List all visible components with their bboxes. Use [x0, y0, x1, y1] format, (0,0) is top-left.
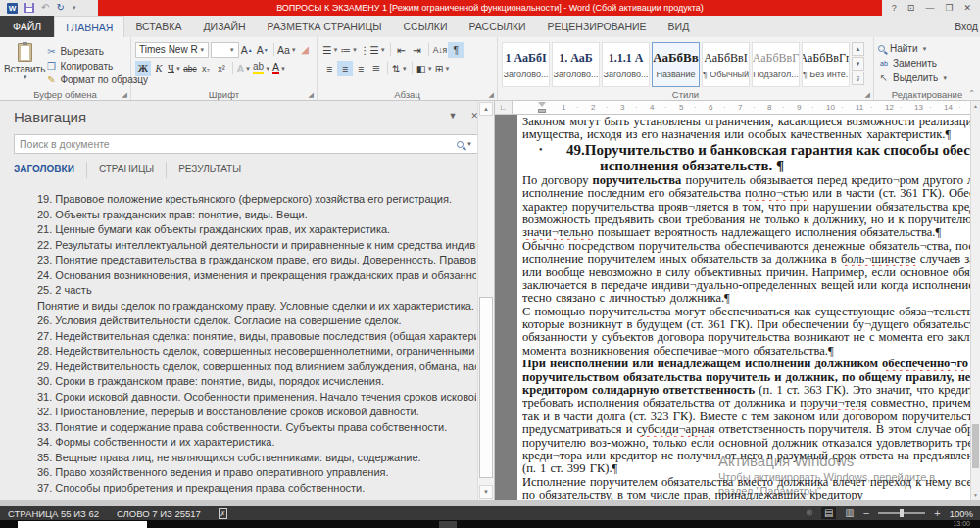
- nav-heading-item[interactable]: 33. Понятие и содержание права собственн…: [0, 420, 476, 436]
- horizontal-scroll-strip[interactable]: [0, 500, 980, 506]
- nav-scroll-down-icon[interactable]: ▼: [479, 485, 493, 499]
- tab-ссылки[interactable]: ССЫЛКИ: [392, 16, 458, 37]
- nav-scroll-up-icon[interactable]: ▲: [479, 102, 493, 116]
- doc-scroll-up-icon[interactable]: ▲: [971, 101, 980, 111]
- align-right-button[interactable]: ≡: [353, 61, 368, 76]
- zoom-slider-thumb[interactable]: [900, 509, 904, 517]
- nav-tab-заголовки[interactable]: ЗАГОЛОВКИ: [14, 162, 87, 178]
- align-center-button[interactable]: ≡: [337, 61, 353, 76]
- nav-heading-item[interactable]: 35. Вещные права лиц, не являющихся собс…: [0, 451, 476, 466]
- nav-heading-item[interactable]: 20. Объекты гражданских прав: понятие, в…: [0, 208, 476, 223]
- page-indicator[interactable]: СТРАНИЦА 55 ИЗ 62: [8, 508, 99, 519]
- zoom-slider[interactable]: [878, 512, 925, 514]
- font-dialog-launcher[interactable]: ◢: [309, 91, 314, 99]
- nav-heading-item[interactable]: 29. Недействительность сделок, совершенн…: [0, 360, 476, 375]
- nav-heading-item[interactable]: 36. Право хозяйственного ведения и право…: [0, 465, 476, 481]
- justify-button[interactable]: ≣: [368, 61, 384, 76]
- style-Заголово-[interactable]: 1.1.1 АЗаголово...: [602, 42, 650, 87]
- minimize-button[interactable]: —: [925, 3, 934, 13]
- nav-heading-item[interactable]: 23. Понятие представительства в гражданс…: [0, 253, 476, 268]
- nav-heading-item[interactable]: 19. Правовое положение крестьянского (фе…: [0, 192, 476, 208]
- show-formatting-marks-button[interactable]: ¶: [448, 42, 464, 58]
- tab-главная[interactable]: ГЛАВНАЯ: [54, 16, 124, 37]
- undo-icon[interactable]: ↶: [41, 3, 49, 13]
- nav-scroll-thumb[interactable]: [479, 297, 493, 478]
- subscript-button[interactable]: x₂: [198, 61, 214, 76]
- word-count-indicator[interactable]: СЛОВО 7 ИЗ 25517: [117, 508, 201, 519]
- collapse-ribbon-icon[interactable]: ⌃: [968, 89, 975, 98]
- numbering-button[interactable]: ≔▼: [339, 42, 358, 58]
- styles-dialog-launcher[interactable]: ◢: [865, 91, 870, 99]
- nav-heading-item[interactable]: 31. Сроки исковой давности. Особенности …: [0, 390, 476, 406]
- nav-heading-item[interactable]: 24. Основания возникновения, изменения и…: [0, 268, 476, 284]
- font-color-button[interactable]: А▼: [271, 61, 287, 76]
- shrink-font-button[interactable]: А▼: [255, 42, 270, 58]
- change-case-button[interactable]: Aa▼: [277, 42, 297, 58]
- styles-scroll-up-button[interactable]: ▲: [852, 42, 864, 56]
- tab-рецензирование[interactable]: РЕЦЕНЗИРОВАНИЕ: [537, 16, 658, 37]
- nav-heading-item[interactable]: 32. Приостановление, перерыв и восстанов…: [0, 405, 476, 420]
- nav-heading-item[interactable]: 21. Ценные бумаги как объекты граждански…: [0, 222, 476, 238]
- tab-файл[interactable]: ФАЙЛ: [0, 16, 54, 37]
- search-icon[interactable]: [457, 141, 464, 148]
- font-name-combo[interactable]: Times New R▼: [135, 42, 209, 58]
- bullets-button[interactable]: ☰▼: [321, 42, 339, 58]
- grow-font-button[interactable]: А▲: [239, 42, 255, 58]
- bold-button[interactable]: Ж: [135, 61, 151, 76]
- tab-рассылки[interactable]: РАССЫЛКИ: [459, 16, 537, 37]
- line-spacing-button[interactable]: ⇅▼: [391, 61, 409, 76]
- style--Без-инте-[interactable]: АаБбВвГг,¶ Без инте...: [802, 42, 850, 87]
- style-Подзагол-[interactable]: АаБбВвГПодзагол...: [752, 42, 800, 87]
- italic-button[interactable]: К: [151, 61, 167, 76]
- document-scrollbar[interactable]: ▲ ▼: [970, 101, 980, 500]
- tab-вставка[interactable]: ВСТАВКА: [124, 16, 192, 37]
- highlight-color-button[interactable]: ab▼: [252, 61, 271, 76]
- doc-scroll-down-icon[interactable]: ▼: [971, 490, 980, 500]
- clipboard-dialog-launcher[interactable]: ◢: [122, 91, 127, 99]
- navigation-options-icon[interactable]: ▼: [449, 111, 458, 120]
- increase-indent-button[interactable]: ⇥: [410, 42, 425, 58]
- nav-tab-результаты[interactable]: РЕЗУЛЬТАТЫ: [178, 162, 253, 178]
- tab-selector[interactable]: ∟: [495, 101, 513, 115]
- search-dropdown-icon[interactable]: ▼: [466, 141, 472, 147]
- left-indent-marker[interactable]: [538, 109, 546, 113]
- select-button[interactable]: ↖ Выделить▼: [878, 71, 976, 85]
- nav-heading-item[interactable]: 34. Формы собственности и их характерист…: [0, 435, 476, 451]
- paste-button[interactable]: Вставить ▼: [4, 41, 45, 87]
- ruler-bar[interactable]: 1·2·3·4·5·6·7·8·9·10·11·12·13·14·15·: [513, 101, 970, 115]
- print-layout-button[interactable]: ▤: [821, 507, 836, 519]
- paragraph-dialog-launcher[interactable]: ◢: [489, 91, 494, 99]
- style-Название[interactable]: АаБбВвНазвание: [652, 42, 700, 87]
- ribbon-options-button[interactable]: ⊡: [907, 3, 915, 13]
- style--Обычный[interactable]: АаБбВвІ¶ Обычный: [702, 42, 750, 87]
- document-page[interactable]: Активация Windows Чтобы активировать Win…: [517, 115, 970, 500]
- style-Заголово-[interactable]: 1. АаБЗаголово...: [552, 42, 600, 87]
- nav-tab-страницы[interactable]: СТРАНИЦЫ: [99, 162, 167, 178]
- close-button[interactable]: ✕: [963, 3, 971, 13]
- first-line-indent-marker[interactable]: [538, 102, 546, 107]
- qat-customize-icon[interactable]: ▼: [72, 5, 77, 11]
- tab-разметка-страницы[interactable]: РАЗМЕТКА СТРАНИЦЫ: [257, 16, 393, 37]
- styles-more-button[interactable]: ⊽: [852, 72, 864, 85]
- zoom-level[interactable]: 100%: [950, 508, 973, 519]
- text-effects-button[interactable]: А▼: [236, 61, 252, 76]
- save-icon[interactable]: [24, 3, 34, 13]
- nav-heading-item[interactable]: Понятие и виды сделок по гражданскому пр…: [0, 299, 476, 314]
- borders-button[interactable]: ⊞▼: [434, 61, 452, 76]
- taskbar-search-box[interactable]: [18, 521, 147, 528]
- nav-heading-item[interactable]: 30. Сроки в гражданском праве: понятие, …: [0, 374, 476, 390]
- navigation-scrollbar[interactable]: ▲ ▼: [477, 101, 494, 500]
- nav-heading-item[interactable]: 22. Результаты интеллектуальной деятельн…: [0, 238, 476, 254]
- zoom-out-button[interactable]: −: [863, 507, 869, 519]
- underline-button[interactable]: Ч▼: [167, 61, 182, 76]
- style-Заголово-[interactable]: 1 АаБбІЗаголово...: [502, 42, 550, 87]
- web-layout-button[interactable]: ▥: [845, 507, 854, 519]
- align-left-button[interactable]: ≡: [321, 61, 337, 76]
- nav-heading-item[interactable]: 27. Недействительная сделка: понятие, ви…: [0, 329, 476, 345]
- strikethrough-button[interactable]: abc: [182, 61, 198, 76]
- nav-heading-item[interactable]: 25. 2 часть: [0, 283, 476, 299]
- find-button[interactable]: Найти▼: [878, 41, 976, 56]
- clear-formatting-button[interactable]: ◢: [297, 42, 313, 58]
- styles-scroll-down-button[interactable]: ▼: [852, 57, 864, 71]
- help-button[interactable]: ?: [892, 3, 897, 13]
